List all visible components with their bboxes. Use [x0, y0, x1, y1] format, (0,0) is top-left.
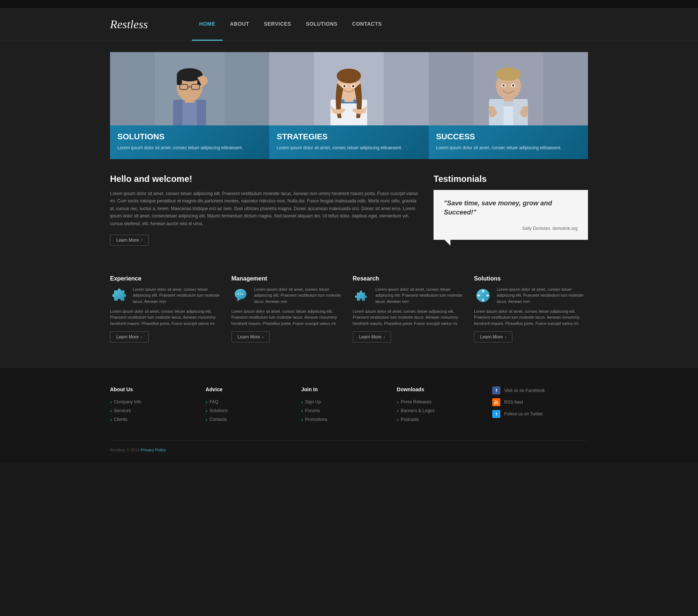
- twitter-label: Follow us on Twitter: [504, 411, 543, 417]
- feature-research-top: Lorem ipsum dolor sit amet, consec tetue…: [353, 286, 467, 305]
- footer-link-banners-anchor[interactable]: Banners & Logos: [397, 408, 493, 414]
- footer-columns: About Us Company Info Services Clients A…: [110, 386, 588, 425]
- research-learn-more-label: Learn More: [359, 334, 381, 340]
- feature-experience-top: Lorem ipsum dolor sit amet, consec tetue…: [110, 286, 224, 305]
- footer-link-podcasts: Podcasts: [397, 417, 493, 422]
- svg-rect-6: [177, 75, 182, 85]
- person-svg-3: [474, 52, 543, 125]
- solutions-learn-more-label: Learn More: [480, 334, 503, 340]
- target-icon: [354, 287, 370, 304]
- hero-card-body-1: SOLUTIONS Lorem ipsum dolor sit amet, co…: [110, 125, 269, 159]
- hero-card-title-2: STRATEGIES: [277, 132, 421, 142]
- footer-link-forums: Forums: [301, 408, 397, 414]
- footer-link-faq-anchor[interactable]: FAQ: [206, 399, 302, 405]
- privacy-policy-link[interactable]: Privacy Policy: [141, 448, 166, 452]
- footer-link-banners: Banners & Logos: [397, 408, 493, 414]
- puzzle-icon: [111, 287, 127, 304]
- hero-image-3: [429, 52, 588, 125]
- arrows-icon: [475, 287, 491, 304]
- rss-label: RSS feed: [504, 400, 523, 405]
- social-twitter[interactable]: t Follow us on Twitter: [492, 410, 588, 418]
- welcome-learn-more-button[interactable]: Learn More ›: [110, 235, 149, 246]
- research-icon: [353, 286, 371, 305]
- testimonials-section: Testimonials "Save time, save money, gro…: [434, 174, 588, 246]
- nav-services[interactable]: SERVICES: [256, 8, 299, 41]
- svg-point-19: [343, 85, 346, 87]
- management-icon: [231, 286, 250, 305]
- footer-link-services-anchor[interactable]: Services: [110, 408, 206, 414]
- svg-point-35: [242, 293, 244, 295]
- svg-point-27: [496, 67, 521, 81]
- chat-icon: [233, 287, 249, 304]
- footer-col-advice: Advice FAQ Solutions Contacts: [206, 386, 302, 425]
- nav-solutions[interactable]: SOLUTIONS: [299, 8, 345, 41]
- features-grid: Experience Lorem ipsum dolor sit amet, c…: [110, 275, 588, 343]
- footer-link-contacts: Contacts: [206, 417, 302, 422]
- feature-experience-title: Experience: [110, 275, 224, 282]
- nav-home[interactable]: HOME: [192, 8, 223, 41]
- experience-arrow: ›: [141, 335, 142, 339]
- footer-link-pressreleases-anchor[interactable]: Press Releases: [397, 399, 493, 405]
- nav-contacts[interactable]: CONTACTS: [345, 8, 389, 41]
- hero-card-2: STRATEGIES Lorem ipsum dolor sit amet, c…: [269, 52, 428, 159]
- header: Restless HOME ABOUT SERVICES SOLUTIONS C…: [0, 8, 698, 41]
- footer-link-signup: Sign Up: [301, 399, 397, 405]
- testimonials-title: Testimonials: [434, 174, 588, 184]
- solutions-learn-more-button[interactable]: Learn More ›: [474, 331, 512, 342]
- welcome-title: Hello and welcome!: [110, 174, 419, 184]
- feature-research-text: Lorem ipsum dolor sit amet, consec tetue…: [353, 308, 467, 327]
- footer-link-promotions-anchor[interactable]: Promotions: [301, 417, 397, 422]
- experience-learn-more-button[interactable]: Learn More ›: [110, 331, 149, 342]
- svg-point-33: [238, 293, 239, 295]
- feature-research-title: Research: [353, 275, 467, 282]
- nav-about[interactable]: ABOUT: [223, 8, 256, 41]
- footer-link-podcasts-anchor[interactable]: Podcasts: [397, 417, 493, 422]
- social-rss[interactable]: RSS feed: [492, 398, 588, 406]
- svg-point-31: [512, 84, 514, 87]
- person-svg-1: [155, 52, 224, 125]
- footer-link-company-anchor[interactable]: Company Info: [110, 399, 206, 405]
- research-learn-more-button[interactable]: Learn More ›: [353, 331, 391, 342]
- feature-management-title: Management: [231, 275, 346, 282]
- footer-link-clients: Clients: [110, 417, 206, 422]
- footer-link-company: Company Info: [110, 399, 206, 405]
- feature-management: Management Lorem ipsum dolor sit amet, c…: [231, 275, 346, 343]
- footer-link-clients-anchor[interactable]: Clients: [110, 417, 206, 422]
- learn-more-arrow: ›: [141, 238, 142, 242]
- experience-icon: [110, 286, 128, 305]
- social-facebook[interactable]: f Visit us on Facebook: [492, 386, 588, 395]
- hero-cards: SOLUTIONS Lorem ipsum dolor sit amet, co…: [110, 52, 588, 159]
- rss-svg: [494, 400, 498, 404]
- welcome-learn-more-label: Learn More: [116, 238, 139, 243]
- footer-link-contacts-anchor[interactable]: Contacts: [206, 417, 302, 422]
- footer-link-solutions-anchor[interactable]: Solutions: [206, 408, 302, 414]
- footer-link-forums-anchor[interactable]: Forums: [301, 408, 397, 414]
- svg-point-30: [503, 84, 505, 87]
- rss-icon: [492, 398, 500, 406]
- management-learn-more-button[interactable]: Learn More ›: [231, 331, 270, 342]
- footer-advice-links: FAQ Solutions Contacts: [206, 399, 302, 422]
- hero-card-body-2: STRATEGIES Lorem ipsum dolor sit amet, c…: [269, 125, 428, 159]
- hero-card-title-1: SOLUTIONS: [117, 132, 262, 142]
- footer-join-links: Sign Up Forums Promotions: [301, 399, 397, 422]
- welcome-section: Hello and welcome! Lorem ipsum dolor sit…: [110, 174, 588, 246]
- footer-link-signup-anchor[interactable]: Sign Up: [301, 399, 397, 405]
- testimonial-author: Sally Donivian, demolink.org: [444, 226, 578, 231]
- footer-advice-title: Advice: [206, 386, 302, 392]
- hero-card-3: SUCCESS Lorem ipsum dolor sit amet, cons…: [429, 52, 588, 159]
- footer-about-title: About Us: [110, 386, 206, 392]
- footer-col-join: Join In Sign Up Forums Promotions: [301, 386, 397, 425]
- top-bar: [0, 0, 698, 8]
- management-arrow: ›: [262, 335, 263, 339]
- feature-research-top-text: Lorem ipsum dolor sit amet, consec tetue…: [376, 286, 467, 305]
- footer-join-title: Join In: [301, 386, 397, 392]
- hero-image-2: [269, 52, 428, 125]
- copyright-text: Restless © 2014: [110, 448, 140, 452]
- main-nav: HOME ABOUT SERVICES SOLUTIONS CONTACTS: [192, 8, 389, 41]
- solutions-arrow: ›: [505, 335, 506, 339]
- footer-link-faq: FAQ: [206, 399, 302, 405]
- footer-col-social: f Visit us on Facebook RSS feed t: [492, 386, 588, 425]
- social-links: f Visit us on Facebook RSS feed t: [492, 386, 588, 418]
- svg-point-20: [352, 85, 354, 87]
- facebook-icon: f: [492, 386, 500, 395]
